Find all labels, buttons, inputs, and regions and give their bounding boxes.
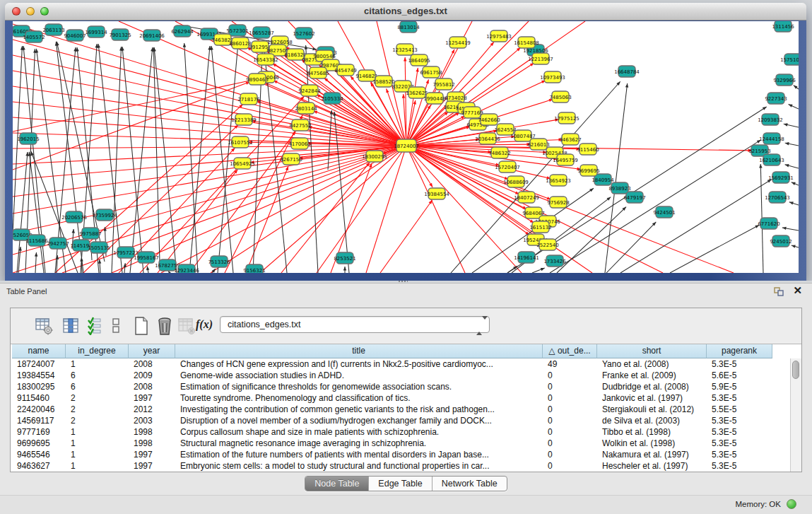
svg-text:7901325: 7901325 [109, 33, 131, 38]
table-cell: 9115460 [12, 392, 66, 404]
svg-text:8215953: 8215953 [748, 148, 770, 154]
svg-text:16495759: 16495759 [553, 158, 578, 163]
svg-text:11254419: 11254419 [445, 40, 471, 46]
scrollbar-thumb[interactable] [792, 361, 799, 379]
tab-edge-table[interactable]: Edge Table [369, 477, 432, 491]
table-row[interactable]: 946362711997Embryonic stem cells: a mode… [12, 460, 789, 472]
table-row[interactable]: 911546021997Tourette syndrome. Phenomeno… [12, 392, 789, 404]
table-cell: 14569117 [12, 415, 66, 426]
svg-text:9975887: 9975887 [79, 231, 101, 237]
svg-text:15751074: 15751074 [780, 57, 799, 63]
show-columns-icon[interactable] [61, 317, 80, 335]
column-header-short[interactable]: short [597, 344, 707, 358]
table-row[interactable]: 1938455462009Genome-wide association stu… [12, 370, 789, 381]
float-window-icon[interactable] [774, 287, 784, 296]
table-cell: Estimation of significance thresholds fo… [175, 381, 543, 392]
svg-text:16648784: 16648784 [614, 69, 640, 75]
table-selector-dropdown[interactable]: citations_edges.txt [220, 316, 490, 333]
column-header-name[interactable]: name [12, 344, 66, 358]
table-row[interactable]: 1456911722003Disruption of a novel membe… [12, 415, 789, 426]
table-cell: 9463627 [12, 460, 66, 472]
table-cell: Dudbridge et al. (2008) [597, 381, 707, 392]
svg-text:9800546: 9800546 [313, 54, 336, 59]
table-cell: Nakamura et al. (1997) [597, 449, 707, 460]
table-cell: 5.5E-5 [707, 404, 772, 415]
table-scrollbar[interactable] [790, 358, 801, 472]
table-cell: Tourette syndrome. Phenomenology and cla… [175, 392, 543, 404]
table-cell: Disruption of a novel member of a sodium… [175, 415, 543, 426]
table-cell: 22420046 [12, 404, 66, 415]
svg-text:6734028: 6734028 [445, 95, 466, 101]
column-header-title[interactable]: title [175, 344, 543, 358]
column-header-out_de[interactable]: △ out_de... [543, 344, 597, 358]
table-cell: 2 [66, 404, 129, 415]
table-cell: 2 [66, 415, 129, 426]
select-columns-icon[interactable] [87, 317, 102, 335]
table-panel-body: f(x) citations_edges.txt namein_degreeye… [10, 308, 802, 472]
table-cell: 1997 [129, 460, 175, 472]
window-titlebar[interactable]: citations_edges.txt [5, 3, 806, 21]
svg-text:8454749: 8454749 [334, 68, 356, 74]
table-cell: 5.3E-5 [707, 392, 772, 404]
delete-table-icon[interactable] [177, 317, 196, 335]
table-cell: Hescheler et al. (1997) [597, 460, 707, 472]
svg-text:16210643: 16210643 [759, 158, 784, 163]
table-cell: 2 [66, 392, 129, 404]
dropdown-spinner-icon [476, 320, 483, 329]
table-cell: Changes of HCN gene expression and I(f) … [175, 358, 543, 370]
column-header-pagerank[interactable]: pagerank [707, 344, 772, 358]
svg-text:7513326: 7513326 [208, 259, 230, 265]
svg-text:1505135: 1505135 [88, 245, 110, 251]
table-row[interactable]: 977716911998Corpus callosum shape and si… [12, 426, 789, 438]
network-canvas-svg[interactable]: 2616052140557220631339046007169931479013… [13, 21, 799, 273]
svg-text:2063133: 2063133 [42, 28, 64, 33]
svg-text:10973493: 10973493 [540, 75, 565, 81]
delete-icon[interactable] [155, 317, 174, 335]
svg-text:10688609: 10688609 [503, 180, 529, 185]
table-cell: 5.3E-5 [707, 449, 772, 460]
table-row[interactable]: 1830029562008Estimation of significance … [12, 381, 789, 392]
table-row[interactable]: 1872400712008Changes of HCN gene express… [12, 358, 789, 370]
table-row[interactable]: 2242004622012Investigating the contribut… [12, 404, 789, 415]
svg-text:2105334: 2105334 [321, 96, 343, 102]
tab-node-table[interactable]: Node Table [305, 477, 369, 491]
svg-text:8427552: 8427552 [289, 123, 311, 129]
svg-text:8267150: 8267150 [280, 157, 302, 163]
svg-text:2942757: 2942757 [47, 241, 69, 247]
svg-text:12325413: 12325413 [392, 47, 418, 53]
table-cell: 9465546 [12, 449, 66, 460]
table-mode-icon[interactable] [35, 317, 53, 335]
svg-text:20691406: 20691406 [139, 33, 165, 39]
row-height-icon[interactable] [111, 317, 121, 335]
svg-text:16154808: 16154808 [514, 40, 539, 46]
table-cell: Yano et al. (2008) [597, 358, 707, 370]
table-cell: Stergiakouli et al. (2012) [597, 404, 707, 415]
table-cell: Franke et al. (2009) [597, 370, 707, 381]
table-row[interactable]: 969969511998Structural magnetic resonanc… [12, 438, 789, 449]
table-rows: 1872400712008Changes of HCN gene express… [12, 358, 789, 472]
svg-text:17359924: 17359924 [92, 213, 117, 218]
column-header-year[interactable]: year [129, 344, 175, 358]
svg-text:9329966: 9329966 [773, 78, 796, 83]
close-panel-icon[interactable]: ✕ [793, 285, 802, 296]
column-header-in_degree[interactable]: in_degree [66, 344, 129, 358]
memory-status-icon[interactable] [787, 499, 796, 509]
svg-text:8475685: 8475685 [307, 71, 329, 76]
table-cell: 5.3E-5 [707, 426, 772, 438]
svg-text:1527602: 1527602 [293, 31, 314, 37]
table-cell: Investigating the contribution of common… [175, 404, 543, 415]
network-canvas[interactable]: 2616052140557220631339046007169931479013… [13, 21, 799, 273]
new-document-icon[interactable] [132, 317, 151, 335]
table-cell: 6 [66, 381, 129, 392]
function-builder-icon[interactable]: f(x) [196, 318, 213, 331]
tab-network-table[interactable]: Network Table [433, 477, 507, 491]
table-tabs-bar: Node TableEdge TableNetwork Table [0, 476, 812, 493]
svg-text:20364436: 20364436 [475, 136, 500, 142]
svg-text:7485063: 7485063 [549, 95, 571, 100]
table-cell: 1 [66, 449, 129, 460]
network-window: citations_edges.txt 26160521405572206313… [5, 3, 806, 281]
attribute-table: namein_degreeyeartitle△ out_de...shortpa… [11, 344, 801, 472]
svg-text:8253521: 8253521 [334, 256, 355, 262]
table-cell: 5.3E-5 [707, 358, 772, 370]
table-row[interactable]: 946554611997Estimation of the future num… [12, 449, 789, 460]
